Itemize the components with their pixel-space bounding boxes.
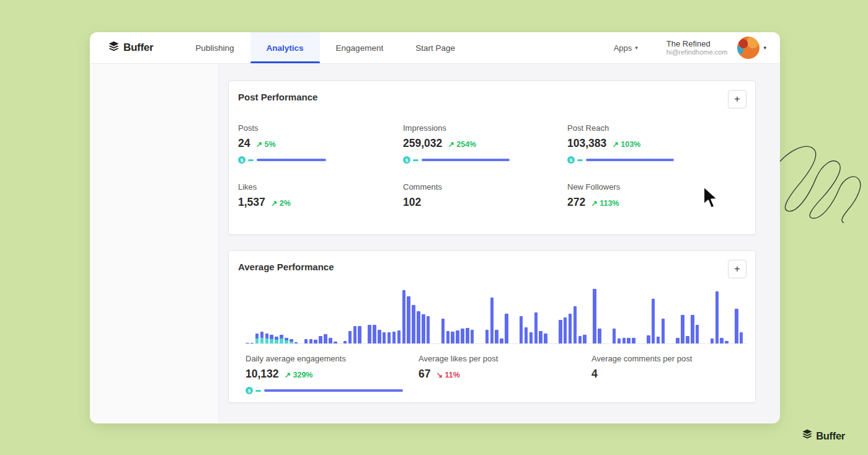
nav-right: Apps ▾ The Refined hi@refindhome.com ▾: [614, 32, 780, 63]
chart-bar: [407, 287, 410, 343]
chart-bar: [657, 287, 660, 343]
blue-segment: [586, 159, 674, 161]
chart-bar: [397, 287, 401, 343]
chart-bar: [275, 287, 278, 343]
chart-bar: [593, 287, 596, 343]
metric-value: 102: [403, 196, 421, 209]
chart-bar: [324, 287, 327, 343]
delta-value: 11%: [445, 371, 459, 379]
chart-bar: [436, 287, 440, 343]
metric-value: 10,132: [246, 368, 279, 381]
chart-bar: [329, 287, 332, 343]
metric-delta: ↗ 329%: [285, 370, 313, 379]
chart-bar: [554, 287, 557, 343]
chart-bar: [461, 287, 464, 343]
add-metric-button[interactable]: +: [728, 90, 746, 108]
chart-bar: [255, 287, 259, 343]
chart-bar: [500, 287, 503, 343]
chart-bar: [260, 287, 264, 343]
chart-bar: [480, 287, 484, 343]
chart-bar: [446, 287, 450, 343]
coin-icon: $: [238, 156, 246, 164]
avatar[interactable]: [737, 37, 760, 59]
trend-down-icon: ↘: [436, 371, 442, 379]
chart-bar: [622, 287, 626, 343]
chart-bar: [427, 287, 430, 343]
metric-label: Average comments per post: [591, 354, 746, 363]
chart-bar: [515, 287, 518, 343]
chart-bar: [539, 287, 542, 343]
metric-value: 67: [418, 368, 430, 381]
chart-bar: [378, 287, 381, 343]
metric-post-reach: Post Reach103,383↗ 103%$: [567, 123, 746, 164]
chart-bar: [490, 287, 494, 343]
chart-bar: [402, 287, 406, 343]
metric-label: Post Reach: [567, 123, 746, 133]
chart-bar: [299, 287, 303, 343]
metric-delta: ↗ 113%: [591, 198, 619, 208]
avatar-chevron-down-icon[interactable]: ▾: [763, 45, 766, 51]
chart-bar: [304, 287, 308, 343]
trend-up-icon: ↗: [285, 371, 291, 379]
coin-icon: $: [567, 156, 575, 164]
metric-value: 272: [567, 196, 585, 209]
chart-bar: [265, 287, 269, 343]
apps-menu[interactable]: Apps ▾: [614, 43, 638, 53]
chart-bar: [353, 287, 357, 343]
metric-delta: ↗ 2%: [271, 198, 291, 208]
buffer-stack-icon: [802, 428, 813, 443]
squiggle-doodle: [771, 141, 868, 223]
chart-bar: [740, 287, 743, 343]
chart-bar: [525, 287, 528, 343]
add-metric-button[interactable]: +: [728, 260, 746, 278]
tab-publishing[interactable]: Publishing: [179, 32, 250, 63]
chart-bar: [294, 287, 298, 343]
chart-bar: [476, 287, 479, 343]
metric-delta: ↗ 254%: [448, 139, 476, 149]
chart-bar: [471, 287, 474, 343]
chart-bar: [564, 287, 567, 343]
delta-value: 329%: [293, 371, 313, 379]
chart-bar: [309, 287, 313, 343]
footer-buffer-logo: Buffer: [802, 428, 845, 443]
buffer-logo[interactable]: Buffer: [90, 32, 153, 63]
chart-bar: [598, 287, 601, 343]
metric-value: 4: [591, 368, 598, 381]
metric-delta: ↗ 5%: [255, 139, 275, 149]
chart-bar: [686, 287, 689, 343]
account-name: The Refined: [666, 39, 728, 48]
metric-value: 1,537: [238, 196, 265, 209]
blue-segment: [257, 159, 326, 161]
metric-delta: ↗ 103%: [612, 139, 640, 149]
tab-start-page[interactable]: Start Page: [399, 32, 471, 63]
tab-analytics[interactable]: Analytics: [250, 32, 320, 63]
nav-tabs: PublishingAnalyticsEngagementStart Page: [179, 32, 471, 63]
average-performance-card: Average Performance + Daily average enga…: [228, 250, 756, 403]
teal-segment: [413, 159, 418, 161]
chart-bar: [270, 287, 273, 343]
chart-bar: [529, 287, 533, 343]
delta-value: 113%: [600, 199, 619, 208]
chart-bar: [505, 287, 508, 343]
buffer-stack-icon: [108, 40, 120, 56]
metric-average-likes-per-post: Average likes per post67↘ 11%: [418, 354, 591, 394]
metric-value: 103,383: [567, 137, 606, 150]
footer-brand-name: Buffer: [816, 430, 845, 442]
chart-bar: [358, 287, 361, 343]
post-performance-title: Post Performance: [238, 92, 317, 102]
chart-bar: [574, 287, 577, 343]
metric-comparison-bar: $: [246, 387, 418, 394]
app-window: Buffer PublishingAnalyticsEngagementStar…: [90, 32, 780, 423]
metric-likes: Likes1,537↗ 2%: [238, 182, 403, 209]
blue-segment: [422, 159, 510, 161]
chart-bar: [559, 287, 562, 343]
chart-bar: [544, 287, 547, 343]
chart-bar: [534, 287, 538, 343]
chart-bar: [662, 287, 665, 343]
chart-bar: [466, 287, 469, 343]
metric-label: Impressions: [403, 123, 567, 133]
top-navbar: Buffer PublishingAnalyticsEngagementStar…: [90, 32, 780, 64]
chart-bar: [319, 287, 322, 343]
chart-bar: [348, 287, 352, 343]
tab-engagement[interactable]: Engagement: [320, 32, 400, 63]
